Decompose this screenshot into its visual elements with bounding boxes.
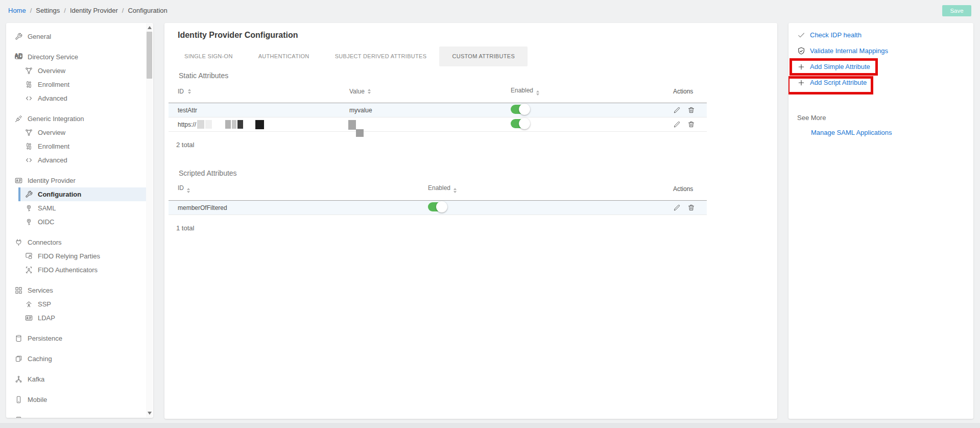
cell-actions [673,106,707,114]
edit-icon[interactable] [673,121,681,128]
plug-angled-icon [15,115,22,123]
static-attributes-total: 2 total [176,141,777,149]
key-icon [25,218,33,226]
tab-authentication[interactable]: AUTHENTICATION [246,46,322,66]
plus-icon [797,79,805,87]
cell-enabled [511,105,673,115]
screen-lock-icon [25,252,33,260]
scrollbar-thumb[interactable] [147,32,152,79]
add-simple-attribute-link[interactable]: Add Simple Attribute [788,59,973,75]
sidebar-item-general[interactable]: General [6,30,153,43]
check-idp-health-link[interactable]: Check IDP health [788,27,973,43]
cell-id: testAttr [169,107,349,114]
delete-icon[interactable] [687,121,695,128]
breadcrumb-separator: / [122,7,124,14]
sidebar-item-ldap[interactable]: LDAP [18,311,153,325]
kafka-icon [15,375,22,383]
sidebar-item-gi-overview[interactable]: Overview [18,126,153,139]
edit-icon[interactable] [673,204,681,211]
delete-icon[interactable] [687,106,695,114]
sidebar-item-saml[interactable]: SAML [18,201,153,215]
tab-custom-attributes[interactable]: CUSTOM ATTRIBUTES [439,46,528,66]
sidebar-item-partial[interactable] [6,413,153,418]
cell-value: myvalue [349,107,511,114]
sidebar-item-gi-enrollment[interactable]: Enrollment [18,139,153,153]
add-script-attribute-link[interactable]: Add Script Attribute [788,75,973,90]
scripted-attributes-table: ID Enabled Actions memberOfFiltered [169,177,707,215]
enabled-toggle[interactable] [511,105,528,114]
column-header-id[interactable]: ID [169,184,428,193]
sidebar-item-mobile[interactable]: Mobile [6,393,153,407]
tab-subject-derived-attributes[interactable]: SUBJECT DERIVED ATTRIBUTES [322,46,440,66]
id-card-icon [25,314,33,322]
manage-saml-applications-link[interactable]: Manage SAML Applications [811,129,973,136]
main-panel: Identity Provider Configuration SINGLE S… [164,23,777,419]
enabled-toggle[interactable] [511,119,528,128]
sidebar-nav-list: General Directory Service Overview Enrol… [6,23,153,418]
table-row: memberOfFiltered [169,201,707,215]
column-header-actions: Actions [673,88,707,95]
delete-icon[interactable] [687,204,695,211]
wrench-icon [15,33,22,40]
breadcrumb-settings: Settings [36,7,60,14]
plug-icon [15,239,22,246]
scripted-attributes-heading: Scripted Attributes [179,169,777,177]
redaction-block [205,120,212,129]
clipped-icon [15,416,22,418]
cell-actions [673,121,707,128]
table-header-row: ID Value Enabled Actions [169,80,707,103]
static-attributes-table: ID Value Enabled Actions testAttr myvalu… [169,80,707,132]
column-header-enabled[interactable]: Enabled [428,184,673,193]
sidebar-item-kafka[interactable]: Kafka [6,372,153,386]
redaction-block [356,129,364,137]
scroll-up-icon[interactable] [148,26,152,29]
sidebar-item-ssp[interactable]: SSP [18,297,153,311]
cell-enabled [428,202,673,213]
enrollment-icon [25,142,33,150]
code-icon [25,156,33,164]
sidebar-item-services[interactable]: Services [6,283,153,297]
sidebar-item-ds-overview[interactable]: Overview [18,64,153,78]
sidebar-item-caching[interactable]: Caching [6,352,153,366]
see-more-label: See More [797,114,973,122]
cell-id: memberOfFiltered [169,204,428,211]
scan-person-icon [25,266,33,274]
column-header-value[interactable]: Value [349,88,511,95]
sidebar-item-identity-provider[interactable]: Identity Provider [6,174,153,187]
validate-internal-mappings-link[interactable]: Validate Internal Mappings [788,43,973,59]
nodes-icon [25,129,33,136]
sort-icon [188,89,191,94]
sidebar-scrollbar[interactable] [146,23,153,417]
sidebar-item-gi-advanced[interactable]: Advanced [18,153,153,167]
sidebar-item-fido-relying-parties[interactable]: FIDO Relying Parties [18,249,153,263]
code-icon [25,94,33,102]
column-header-id[interactable]: ID [169,88,349,95]
sidebar-item-directory-service[interactable]: Directory Service [6,50,153,64]
tab-single-sign-on[interactable]: SINGLE SIGN-ON [172,46,246,66]
sidebar-item-ds-advanced[interactable]: Advanced [18,91,153,105]
sidebar-item-configuration[interactable]: Configuration [18,187,151,201]
breadcrumb-home[interactable]: Home [8,7,26,14]
cell-id: https:// [169,120,349,129]
cell-actions [673,204,707,211]
page-footer-strip [0,423,980,428]
sidebar-item-ds-enrollment[interactable]: Enrollment [18,78,153,91]
check-icon [797,31,805,39]
sidebar-item-persistence[interactable]: Persistence [6,331,153,345]
sidebar-item-connectors[interactable]: Connectors [6,235,153,249]
edit-icon[interactable] [673,106,681,114]
static-attributes-heading: Static Attributes [179,72,777,80]
scripted-attributes-total: 1 total [176,224,777,232]
actions-panel: Check IDP health Validate Internal Mappi… [788,23,973,419]
save-button[interactable]: Save [942,5,971,16]
enabled-toggle[interactable] [428,202,445,211]
column-header-enabled[interactable]: Enabled [511,87,673,96]
sidebar-item-fido-authenticators[interactable]: FIDO Authenticators [18,263,153,277]
nodes-icon [25,67,33,75]
sidebar-item-generic-integration[interactable]: Generic Integration [6,112,153,126]
sidebar-nav: General Directory Service Overview Enrol… [6,23,153,418]
sidebar-item-oidc[interactable]: OIDC [18,215,153,229]
scroll-down-icon[interactable] [148,412,152,415]
enrollment-icon [25,81,33,88]
table-header-row: ID Enabled Actions [169,177,707,201]
